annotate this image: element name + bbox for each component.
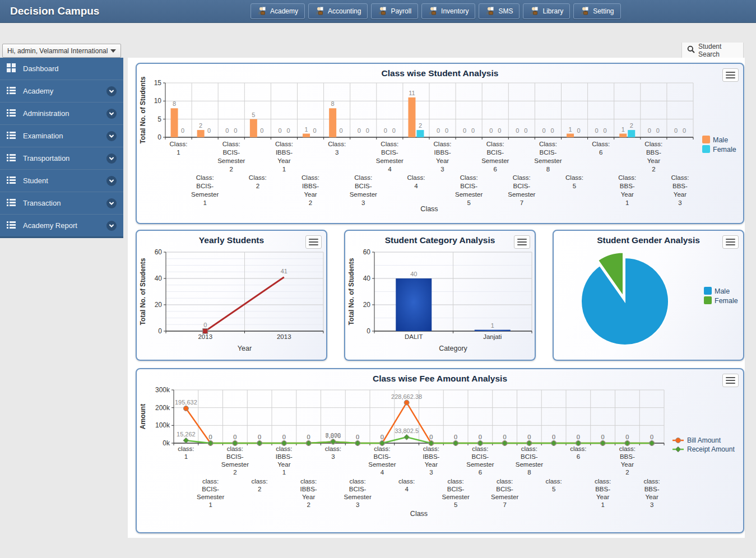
svg-text:BCIS-: BCIS-: [196, 183, 214, 189]
sidebar-item-academy-report[interactable]: Academy Report: [0, 214, 123, 236]
svg-text:Class:: Class:: [328, 141, 346, 147]
chevron-down-icon[interactable]: [106, 109, 117, 119]
svg-text:Class:: Class:: [486, 141, 504, 147]
sidebar-item-transaction[interactable]: Transaction: [0, 192, 123, 214]
svg-text:class:: class:: [643, 478, 660, 485]
chart-menu-button[interactable]: [722, 235, 739, 249]
svg-text:0: 0: [524, 127, 527, 134]
nav-button-sms[interactable]: SMS: [479, 3, 520, 19]
person-icon: [580, 6, 589, 17]
svg-text:0: 0: [471, 127, 475, 134]
chevron-down-icon[interactable]: [106, 221, 117, 231]
sidebar-item-administration[interactable]: Administration: [0, 102, 123, 124]
svg-text:class:: class:: [595, 478, 611, 485]
svg-text:BBS-: BBS-: [620, 183, 635, 189]
svg-text:BCIS-: BCIS-: [540, 149, 557, 156]
user-select-value: Hi, admin, Velammal International: [7, 47, 108, 55]
nav-button-label: Academy: [270, 7, 298, 15]
svg-text:40: 40: [363, 275, 371, 282]
svg-text:Class:: Class:: [275, 141, 293, 147]
svg-text:3: 3: [429, 469, 433, 476]
chevron-down-icon[interactable]: [106, 154, 117, 164]
svg-text:class:: class:: [300, 478, 317, 485]
sidebar-item-label: Transportation: [23, 154, 69, 162]
svg-text:0: 0: [203, 322, 207, 328]
class-wise-student-analysis-chart: 051015Total No. of StudentsClassClass:1C…: [137, 64, 743, 223]
svg-text:Semester: Semester: [491, 494, 518, 500]
svg-text:0: 0: [340, 127, 343, 134]
chart-menu-button[interactable]: [514, 235, 530, 249]
svg-text:0: 0: [516, 127, 519, 134]
svg-text:0: 0: [181, 127, 184, 134]
chart-menu-button[interactable]: [722, 68, 739, 82]
svg-text:33,802.5: 33,802.5: [395, 427, 419, 434]
student-search[interactable]: Student Search: [681, 43, 744, 58]
sidebar-item-dashboard[interactable]: Dashboard: [0, 58, 123, 80]
svg-text:Semester: Semester: [534, 157, 562, 164]
svg-text:0: 0: [234, 127, 237, 134]
legend-item-bill-amount[interactable]: Bill Amount: [672, 436, 721, 444]
svg-text:5: 5: [454, 501, 457, 508]
student-category-analysis-chart: 0204060Total No. of StudentsCategoryDALI…: [345, 231, 535, 360]
legend-item-receipt-amount[interactable]: Receipt Amount: [672, 445, 735, 453]
user-select[interactable]: Hi, admin, Velammal International: [2, 44, 121, 58]
nav-button-payroll[interactable]: Payroll: [371, 3, 418, 19]
nav-button-accounting[interactable]: Accounting: [308, 3, 368, 19]
svg-text:5: 5: [157, 115, 161, 123]
chevron-down-icon[interactable]: [106, 86, 117, 96]
svg-text:0: 0: [489, 127, 493, 134]
sidebar-item-transportation[interactable]: Transportation: [0, 147, 123, 169]
nav-button-setting[interactable]: Setting: [573, 3, 620, 19]
svg-text:class:: class:: [202, 478, 219, 485]
nav-button-library[interactable]: Library: [523, 3, 570, 19]
legend-item-male[interactable]: Male: [702, 136, 728, 144]
chart-menu-button[interactable]: [305, 235, 322, 249]
nav-button-inventory[interactable]: Inventory: [421, 3, 475, 19]
legend-item-male[interactable]: Male: [704, 287, 730, 295]
svg-text:4: 4: [405, 486, 409, 492]
svg-text:1: 1: [184, 453, 188, 460]
series-bill-amount: 195,632000007,87600228,662.380000000000: [175, 393, 655, 446]
nav-button-label: SMS: [498, 7, 513, 15]
svg-text:class:: class:: [570, 445, 586, 452]
svg-text:100k: 100k: [155, 421, 170, 429]
chevron-down-icon[interactable]: [106, 176, 117, 186]
svg-text:Year: Year: [621, 191, 634, 198]
x-axis-labels: 20132013: [198, 333, 291, 340]
sidebar-item-academy[interactable]: Academy: [0, 80, 123, 102]
svg-text:0: 0: [260, 127, 263, 134]
pie-slice-male[interactable]: [581, 258, 669, 345]
panel-class-wise-student-analysis: 051015Total No. of StudentsClassClass:1C…: [136, 63, 744, 224]
svg-text:Class:: Class:: [671, 174, 689, 181]
svg-text:0: 0: [601, 434, 605, 440]
svg-text:0: 0: [209, 434, 212, 440]
svg-text:0: 0: [207, 127, 211, 134]
svg-text:Class:: Class:: [249, 174, 267, 181]
chevron-down-icon[interactable]: [106, 198, 117, 208]
svg-text:0: 0: [577, 127, 580, 134]
nav-button-label: Accounting: [328, 7, 361, 15]
svg-text:5: 5: [573, 183, 576, 189]
svg-text:1: 1: [208, 501, 212, 508]
svg-text:0: 0: [366, 127, 369, 134]
svg-text:Semester: Semester: [368, 461, 396, 468]
legend-item-female[interactable]: Female: [704, 296, 738, 305]
nav-button-academy[interactable]: Academy: [251, 3, 305, 19]
svg-text:Class: Class: [410, 510, 428, 518]
sidebar-item-examination[interactable]: Examination: [0, 124, 123, 147]
panel-student-category-analysis: 0204060Total No. of StudentsCategoryDALI…: [344, 230, 536, 361]
svg-text:0: 0: [648, 127, 651, 134]
svg-text:2: 2: [309, 199, 312, 206]
nav-button-label: Library: [542, 7, 563, 15]
sidebar-item-student[interactable]: Student: [0, 169, 123, 192]
chevron-down-icon[interactable]: [106, 131, 117, 141]
svg-text:228,662.38: 228,662.38: [391, 393, 422, 400]
svg-text:5: 5: [467, 199, 470, 206]
legend-item-female[interactable]: Female: [702, 145, 736, 154]
svg-text:class:: class:: [423, 445, 439, 452]
svg-text:Female: Female: [713, 146, 736, 154]
person-icon: [378, 6, 387, 17]
sidebar-item-label: Dashboard: [23, 64, 59, 73]
svg-text:IBBS-: IBBS-: [300, 486, 317, 492]
chart-menu-button[interactable]: [722, 374, 739, 387]
